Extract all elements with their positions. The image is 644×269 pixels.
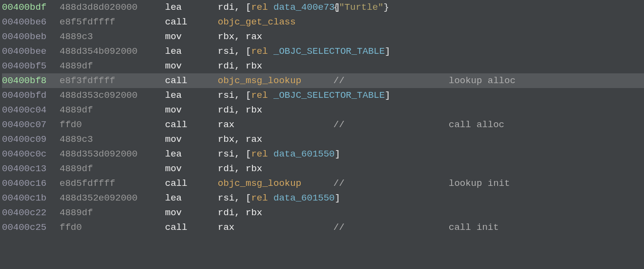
address[interactable]: 00400c13 — [2, 161, 60, 176]
address[interactable]: 00400beb — [2, 29, 60, 44]
mnemonic: mov — [165, 29, 218, 44]
address[interactable]: 00400c22 — [2, 205, 60, 220]
token-reg: rsi — [218, 149, 234, 159]
address[interactable]: 00400c09 — [2, 132, 60, 147]
mnemonic: mov — [165, 59, 218, 73]
token-punct: , — [234, 61, 246, 71]
address[interactable]: 00400c04 — [2, 103, 60, 117]
address[interactable]: 00400be6 — [2, 15, 60, 29]
mnemonic: lea — [165, 88, 218, 103]
bytes: 4889df — [60, 59, 165, 73]
disasm-row[interactable]: 00400c16e8d5fdffffcallobjc_msg_lookup //… — [2, 176, 644, 191]
address[interactable]: 00400c07 — [2, 117, 60, 132]
token-reg: rdi — [218, 207, 234, 218]
disasm-row[interactable]: 00400c094889c3movrbx, rax — [2, 132, 644, 147]
inline-annotation: // — [322, 220, 350, 235]
bytes: 488d353c092000 — [60, 88, 165, 103]
token-callsym: objc_msg_lookup — [218, 75, 301, 86]
token-comment: call init — [449, 222, 499, 233]
bytes: e8f5fdffff — [60, 15, 165, 29]
bytes: 488d354b092000 — [60, 44, 165, 59]
address[interactable]: 00400c16 — [2, 176, 60, 191]
address[interactable]: 00400bf8 — [2, 73, 60, 88]
token-comment: call alloc — [449, 119, 504, 130]
bytes: 488d353d092000 — [60, 147, 165, 161]
token-reg: rax — [218, 222, 234, 233]
bytes: e8f3fdffff — [60, 73, 165, 88]
inline-annotation: // — [322, 73, 350, 88]
address[interactable]: 00400bfd — [2, 88, 60, 103]
token-punct: , — [234, 31, 246, 42]
token-punct: , — [234, 163, 246, 174]
operands: rsi, [rel _OBJC_SELECTOR_TABLE] — [218, 88, 391, 103]
disasm-row[interactable]: 00400bfd488d353c092000learsi, [rel _OBJC… — [2, 88, 644, 103]
token-brace: { — [322, 2, 339, 13]
address[interactable]: 00400c1b — [2, 191, 60, 205]
disasm-row[interactable]: 00400c044889dfmovrdi, rbx — [2, 103, 644, 117]
token-punct: , — [234, 207, 246, 218]
token-punct: , [ — [234, 193, 251, 203]
token-kw: rel — [251, 2, 268, 13]
disasm-row[interactable]: 00400bf8e8f3fdffffcallobjc_msg_lookup //… — [2, 73, 644, 88]
inline-annotation: // — [322, 176, 350, 191]
token-punct — [268, 46, 273, 57]
disasm-row[interactable]: 00400be6e8f5fdffffcallobjc_get_class — [2, 15, 644, 29]
token-kw: rel — [251, 90, 268, 101]
disasm-row[interactable]: 00400c07ffd0callrax // call alloc — [2, 117, 644, 132]
operands: rbx, rax — [218, 132, 262, 147]
operands: rax — [218, 220, 234, 235]
bytes: 488d3d8d020000 — [60, 0, 165, 15]
mnemonic: lea — [165, 0, 218, 15]
disasm-row[interactable]: 00400c0c488d353d092000learsi, [rel data_… — [2, 147, 644, 161]
disasm-row[interactable]: 00400beb4889c3movrbx, rax — [2, 29, 644, 44]
mnemonic: call — [165, 117, 218, 132]
operands: rsi, [rel data_601550] — [218, 191, 340, 205]
address[interactable]: 00400bf5 — [2, 59, 60, 73]
token-reg: rax — [218, 119, 234, 130]
bytes: 4889c3 — [60, 132, 165, 147]
comment[interactable]: lookup alloc — [449, 73, 516, 88]
disassembly-listing[interactable]: 00400bdf488d3d8d020000leardi, [rel data_… — [0, 0, 644, 235]
token-reg: rbx — [246, 207, 262, 218]
token-kw: rel — [251, 46, 268, 57]
address[interactable]: 00400c25 — [2, 220, 60, 235]
disasm-row[interactable]: 00400bf54889dfmovrdi, rbx — [2, 59, 644, 73]
token-callsym: objc_msg_lookup — [218, 178, 301, 189]
token-punct: , — [234, 105, 246, 115]
token-reg: rsi — [218, 46, 234, 57]
disasm-row[interactable]: 00400bee488d354b092000learsi, [rel _OBJC… — [2, 44, 644, 59]
token-kw: rel — [251, 149, 268, 159]
token-comment: // — [322, 178, 350, 189]
bytes: ffd0 — [60, 220, 165, 235]
token-punct: ] — [334, 193, 340, 203]
token-comment: // — [322, 75, 350, 86]
mnemonic: mov — [165, 161, 218, 176]
mnemonic: mov — [165, 103, 218, 117]
operands: rdi, rbx — [218, 103, 262, 117]
comment[interactable]: call alloc — [449, 117, 504, 132]
bytes: 4889df — [60, 103, 165, 117]
disasm-row[interactable]: 00400c1b488d352e092000learsi, [rel data_… — [2, 191, 644, 205]
disasm-row[interactable]: 00400c224889dfmovrdi, rbx — [2, 205, 644, 220]
token-reg: rbx — [218, 31, 234, 42]
address[interactable]: 00400bee — [2, 44, 60, 59]
token-punct — [268, 2, 273, 13]
disasm-row[interactable]: 00400bdf488d3d8d020000leardi, [rel data_… — [2, 0, 644, 15]
token-punct — [268, 90, 273, 101]
comment[interactable]: call init — [449, 220, 499, 235]
inline-annotation: // — [322, 117, 350, 132]
token-reg: rbx — [246, 163, 262, 174]
token-reg: rdi — [218, 163, 234, 174]
disasm-row[interactable]: 00400c134889dfmovrdi, rbx — [2, 161, 644, 176]
token-sym: data_601550 — [273, 149, 334, 159]
token-reg: rsi — [218, 90, 234, 101]
token-reg: rbx — [246, 61, 262, 71]
address[interactable]: 00400c0c — [2, 147, 60, 161]
operands: objc_msg_lookup — [218, 176, 301, 191]
comment[interactable]: lookup init — [449, 176, 510, 191]
token-punct: , [ — [234, 46, 251, 57]
address[interactable]: 00400bdf — [2, 0, 60, 15]
token-reg: rdi — [218, 2, 234, 13]
disasm-row[interactable]: 00400c25ffd0callrax // call init — [2, 220, 644, 235]
token-brace: } — [383, 2, 389, 13]
